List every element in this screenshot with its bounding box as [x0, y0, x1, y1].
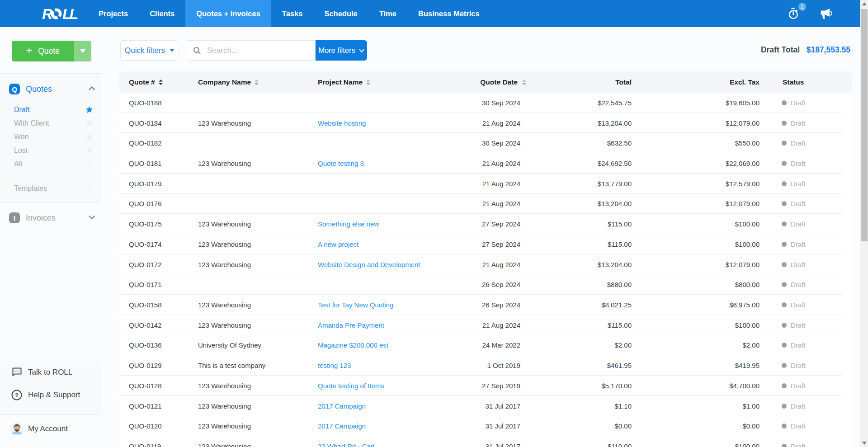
- svg-text:LL: LL: [62, 7, 78, 20]
- svg-text:?: ?: [15, 392, 19, 399]
